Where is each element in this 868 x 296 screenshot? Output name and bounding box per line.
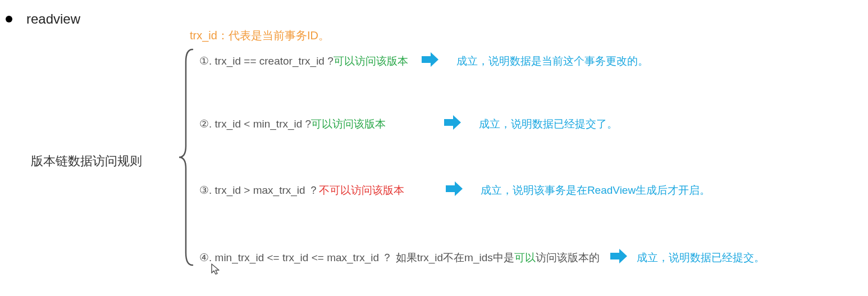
section-title: readview: [26, 11, 80, 27]
rule-result: 可以访问该版本: [311, 117, 386, 131]
rule-explanation: 成立，说明该事务是在ReadView生成后才开启。: [481, 183, 710, 198]
rules-group-label: 版本链数据访问规则: [31, 153, 142, 170]
arrow-right-icon: [419, 49, 440, 72]
subtitle-definition: trx_id：代表是当前事务ID。: [190, 28, 330, 43]
bullet-icon: [6, 16, 12, 22]
arrow-right-icon: [444, 179, 464, 202]
rule-explanation: 成立，说明数据已经提交。: [637, 251, 765, 265]
rule-explanation: 成立，说明数据是当前这个事务更改的。: [456, 54, 648, 69]
rule-result: 可以: [514, 251, 536, 265]
rule-item-2: ② . trx_id < min_trx_id ? 可以访问该版本 成立，说明数…: [199, 112, 618, 135]
rule-item-1: ① . trx_id == creator_trx_id ? 可以访问该版本 成…: [199, 49, 648, 72]
rule-item-3: ③ . trx_id > max_trx_id ？ 不可以访问该版本 成立，说明…: [199, 179, 710, 202]
rule-condition: . trx_id == creator_trx_id ?: [209, 55, 334, 67]
curly-brace-icon: [177, 45, 195, 270]
rule-number: ④: [199, 251, 209, 264]
rule-result: 可以访问该版本: [334, 54, 408, 69]
rule-condition: . trx_id > max_trx_id ？: [209, 183, 319, 198]
rule-explanation: 成立，说明数据已经提交了。: [479, 117, 618, 131]
rule-number: ②: [199, 117, 209, 130]
rule-condition: . trx_id < min_trx_id ?: [209, 118, 311, 130]
rule-result-suffix: 访问该版本的: [536, 251, 600, 265]
mouse-cursor-icon: [211, 263, 221, 275]
rule-result: 不可以访问该版本: [319, 183, 404, 198]
rule-number: ③: [199, 184, 209, 197]
arrow-right-icon: [608, 246, 628, 269]
arrow-right-icon: [442, 112, 462, 135]
rule-condition: . min_trx_id <= trx_id <= max_trx_id ？ 如…: [209, 251, 514, 265]
rule-item-4: ④ . min_trx_id <= trx_id <= max_trx_id ？…: [199, 246, 765, 269]
section-header: readview: [6, 11, 80, 27]
rule-number: ①: [199, 54, 209, 67]
